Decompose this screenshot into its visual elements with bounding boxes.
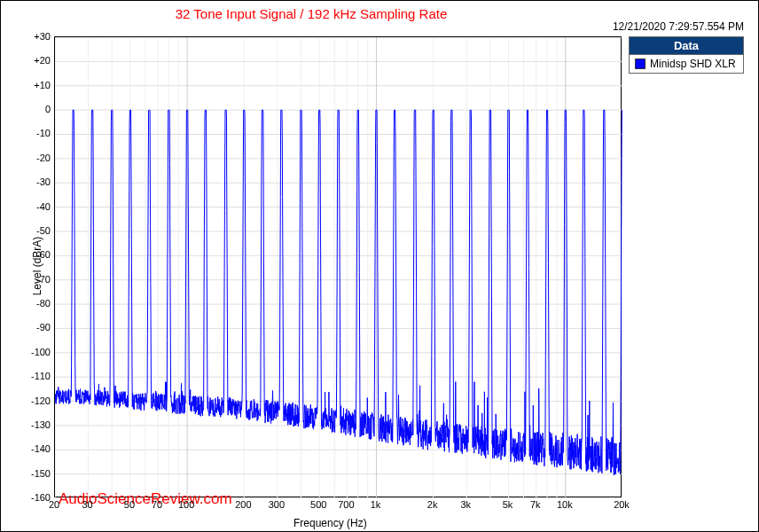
legend-label: Minidsp SHD XLR [650, 58, 736, 70]
y-axis-label: Level (dBrA) [31, 237, 43, 296]
x-tick: 7k [530, 499, 541, 510]
y-tick: -150 [26, 468, 51, 479]
chart-container: 32 Tone Input Signal / 192 kHz Sampling … [0, 0, 759, 532]
x-tick: 3k [460, 499, 471, 510]
x-tick: 100 [178, 499, 194, 510]
legend-item: Minidsp SHD XLR [630, 55, 743, 73]
series-line [55, 110, 622, 475]
y-tick: -10 [26, 128, 51, 138]
x-tick: 500 [310, 499, 326, 510]
y-tick: -40 [26, 201, 51, 212]
y-tick: -70 [26, 274, 51, 285]
y-tick: +10 [26, 80, 51, 90]
x-tick: 10k [557, 499, 573, 510]
y-tick: -20 [26, 153, 51, 163]
legend: Data Minidsp SHD XLR [629, 36, 744, 74]
y-tick: -30 [26, 176, 51, 187]
y-tick: -100 [26, 347, 51, 357]
x-tick: 70 [152, 499, 162, 510]
x-tick: 200 [235, 499, 251, 510]
plot-area [54, 36, 622, 497]
y-tick: -90 [26, 322, 51, 332]
x-tick: 700 [338, 499, 354, 510]
x-tick: 1k [371, 499, 381, 510]
y-tick: -130 [26, 419, 51, 430]
y-tick: -80 [26, 298, 51, 309]
x-tick: 50 [124, 499, 135, 510]
x-tick: 2k [427, 499, 438, 510]
x-tick: 300 [269, 499, 285, 510]
x-tick: 5k [503, 499, 513, 510]
x-tick: 20k [614, 499, 630, 510]
x-tick: 30 [82, 499, 92, 510]
y-tick: +20 [26, 55, 51, 66]
legend-swatch [635, 59, 646, 69]
y-tick: 0 [26, 104, 51, 114]
y-tick: -120 [26, 395, 51, 406]
y-tick: -160 [26, 492, 51, 503]
chart-title: 32 Tone Input Signal / 192 kHz Sampling … [1, 6, 622, 21]
timestamp: 12/21/2020 7:29:57.554 PM [613, 20, 744, 33]
x-tick: 20 [49, 499, 59, 510]
legend-header: Data [630, 37, 743, 55]
y-tick: -140 [26, 443, 51, 454]
y-tick: -60 [26, 249, 51, 260]
y-tick: -50 [26, 225, 51, 236]
y-tick: -110 [26, 371, 51, 381]
y-tick: +30 [26, 31, 51, 42]
x-axis-label: Frequency (Hz) [293, 517, 367, 529]
chart-svg [55, 37, 622, 498]
